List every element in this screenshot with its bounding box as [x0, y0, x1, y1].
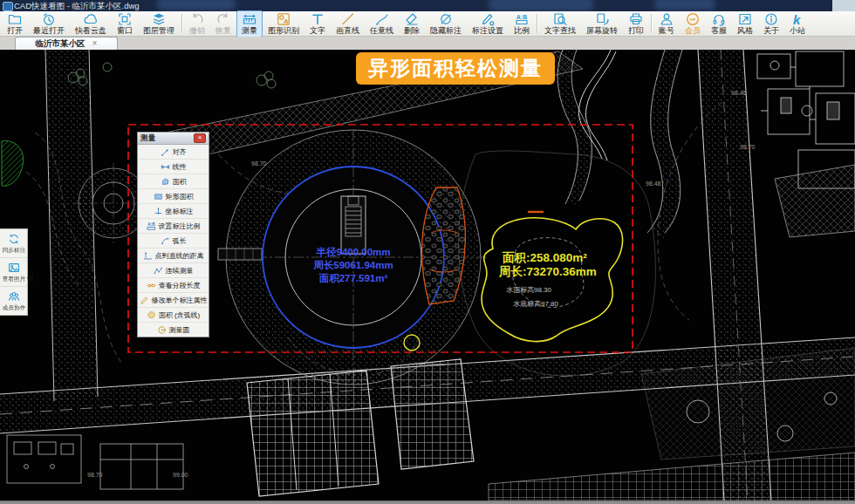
toolbar-button-label: 图形识别 — [268, 26, 299, 35]
sidebar-item-member-collab[interactable]: 成员协作 — [0, 287, 27, 315]
measure-panel-title: 测量 — [140, 133, 194, 144]
toolbar-button-text-search[interactable]: 文字查找 — [539, 10, 581, 37]
pencil-gold-icon — [140, 296, 149, 305]
toolbar-button-measure[interactable]: 测量 — [236, 10, 263, 37]
measure-panel-titlebar[interactable]: 测量 × — [138, 133, 209, 145]
toolbar-button-label: 画直线 — [336, 26, 359, 35]
svg-text:周长59061.94mm: 周长59061.94mm — [312, 260, 393, 270]
measure-panel-close-icon[interactable]: × — [194, 133, 206, 143]
measure-panel-item-continuous-measure[interactable]: 连续测量 — [138, 263, 209, 278]
measure-panel-item-measure-circle[interactable]: 测量圆 — [138, 323, 209, 337]
toolbar-button-screen-rotate[interactable]: 屏幕旋转 — [581, 10, 623, 37]
toolbar-button-service[interactable]: 客服 — [706, 10, 732, 37]
measure-panel[interactable]: 测量 × 对齐线性面积矩形面积坐标标注设置标注比例弧长点到直线的距离连续测量查看… — [137, 132, 209, 337]
tab-bar: 临沂市某小区 × — [0, 37, 855, 51]
toolbar-button-label: 图层管理 — [143, 26, 174, 35]
toolbar-button-free-line[interactable]: 任意线 — [365, 10, 399, 37]
tab-drawing[interactable]: 临沂市某小区 × — [15, 37, 118, 50]
linear-icon — [161, 162, 170, 172]
measure-panel-item-modify-annotation[interactable]: 修改单个标注属性 — [138, 293, 209, 308]
toolbar-button-window[interactable]: 窗口 — [112, 10, 138, 37]
person-icon — [660, 12, 674, 26]
toolbar-button-layer-manage[interactable]: 图层管理 — [138, 10, 180, 37]
vip-icon — [686, 12, 700, 26]
area-icon — [161, 177, 170, 187]
toolbar-button-print[interactable]: 打印 — [623, 10, 649, 37]
toolbar-button-recent-open[interactable]: 最近打开 — [28, 10, 70, 37]
rect-area-icon — [154, 192, 163, 201]
shape-recognition-icon — [277, 12, 291, 26]
toolbar-separator — [537, 14, 537, 33]
pond-measure-text: 面积:258.080m² 周长:73270.36mm — [498, 251, 597, 278]
toolbar-button-redo: 恢复 — [210, 10, 236, 37]
toolbar-button-label: 屏幕旋转 — [586, 26, 618, 35]
measure-panel-item-rect-area[interactable]: 矩形面积 — [138, 189, 209, 204]
ruler-icon — [243, 12, 256, 26]
toolbar-button-about[interactable]: 关于 — [758, 10, 784, 37]
toolbar-button-label: 打印 — [628, 26, 644, 35]
svg-text:98.48: 98.48 — [646, 180, 661, 187]
measure-panel-item-label: 测量圆 — [169, 325, 190, 335]
side-toolbar-collapse-icon[interactable] — [27, 273, 33, 283]
cad-drawing: 半径9400.00mm 周长59061.94mm 面积277.591m² 面积:… — [0, 50, 855, 501]
cad-canvas[interactable]: 半径9400.00mm 周长59061.94mm 面积277.591m² 面积:… — [0, 50, 855, 501]
measure-panel-item-label: 对齐 — [173, 147, 187, 157]
measure-panel-item-set-scale[interactable]: 设置标注比例 — [138, 219, 209, 234]
titlebar-glow — [654, 0, 715, 10]
style-icon — [738, 12, 752, 26]
point-line-icon — [143, 251, 153, 261]
area-arc-icon — [147, 310, 156, 320]
measure-panel-item-coordinate[interactable]: 坐标标注 — [138, 204, 209, 219]
toolbar-button-scale[interactable]: 比例 — [509, 10, 535, 37]
toolbar-button-label: 删除 — [404, 26, 420, 35]
members-icon — [8, 290, 20, 303]
toolbar-button-label: 会员 — [685, 26, 701, 35]
svg-text:98.70: 98.70 — [740, 144, 756, 150]
measure-panel-item-area[interactable]: 面积 — [138, 174, 209, 189]
toolbar-button-annotation-settings[interactable]: 标注设置 — [467, 10, 509, 37]
measure-panel-item-label: 线性 — [173, 162, 187, 172]
sidebar-item-view-photo[interactable]: 查看照片 — [0, 258, 27, 287]
toolbar-button-label: 关于 — [763, 26, 779, 35]
info-icon — [764, 12, 778, 26]
toolbar-button-cloud-drive[interactable]: 快看云盘 — [70, 10, 112, 37]
sidebar-item-label: 查看照片 — [2, 275, 25, 283]
measure-panel-item-arc-length[interactable]: 弧长 — [138, 234, 209, 249]
tab-close-icon[interactable]: × — [92, 39, 98, 48]
toolbar-button-undo: 撤销 — [184, 10, 210, 37]
headset-icon — [712, 12, 726, 26]
measure-panel-item-segment-length[interactable]: 查看分段长度 — [138, 278, 209, 293]
continuous-icon — [154, 266, 163, 276]
toolbar-button-draw-line[interactable]: 画直线 — [331, 10, 365, 37]
window-bottom-edge — [0, 501, 855, 504]
printer-icon — [629, 12, 643, 26]
toolbar-button-shape-recognition[interactable]: 图形识别 — [263, 10, 304, 37]
measure-panel-item-linear[interactable]: 线性 — [138, 160, 209, 174]
toolbar-separator — [181, 14, 182, 33]
toolbar-button-label: 测量 — [242, 26, 257, 35]
measure-panel-item-area-with-arc[interactable]: 面积 (含弧线) — [138, 308, 209, 323]
toolbar-button-open[interactable]: 打开 — [2, 10, 28, 37]
measure-panel-item-point-line-distance[interactable]: 点到直线的距离 — [138, 249, 209, 263]
ratio-icon — [515, 12, 529, 26]
text-search-icon — [553, 12, 567, 26]
toolbar-button-account[interactable]: 账号 — [653, 10, 680, 37]
promo-banner-text: 异形面积轻松测量 — [368, 55, 543, 82]
measure-panel-item-label: 面积 — [173, 177, 187, 187]
circle-measure-text: 半径9400.00mm 周长59061.94mm 面积277.591m² — [312, 247, 393, 283]
measure-circle-icon — [157, 325, 167, 335]
measure-panel-item-label: 连续测量 — [166, 266, 194, 276]
toolbar-button-label: 客服 — [711, 26, 727, 35]
toolbar-button-hide-annotation[interactable]: 隐藏标注 — [425, 10, 467, 37]
toolbar-button-style[interactable]: 风格 — [732, 10, 758, 37]
toolbar-button-delete[interactable]: 删除 — [399, 10, 425, 37]
sidebar-item-sync-annotation[interactable]: 同步标注 — [0, 229, 27, 258]
window-icon — [118, 12, 132, 26]
toolbar-button-ksite[interactable]: 小站 — [784, 10, 811, 37]
measure-panel-item-align[interactable]: 对齐 — [138, 145, 209, 160]
toolbar-button-vip[interactable]: 会员 — [680, 10, 706, 37]
clock-icon — [42, 12, 56, 26]
toolbar-button-text[interactable]: 文字 — [304, 10, 331, 37]
promo-banner: 异形面积轻松测量 — [356, 52, 555, 85]
eraser-icon — [405, 12, 419, 26]
